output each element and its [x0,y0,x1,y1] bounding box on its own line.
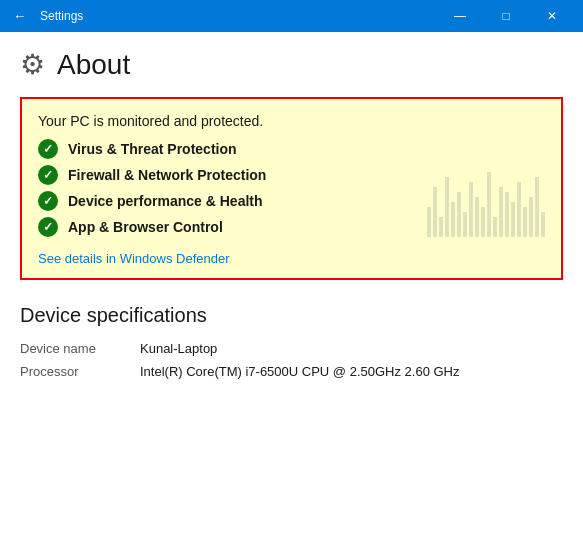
check-icon-app [38,217,58,237]
device-specs-section: Device specifications Device name Kunal-… [20,304,563,379]
check-icon-device [38,191,58,211]
security-box: Your PC is monitored and protected. Viru… [20,97,563,280]
spec-row-device-name: Device name Kunal-Laptop [20,341,563,356]
device-specs-title: Device specifications [20,304,563,327]
security-label-device: Device performance & Health [68,193,263,209]
titlebar-title: Settings [40,9,83,23]
spec-row-processor: Processor Intel(R) Core(TM) i7-6500U CPU… [20,364,563,379]
security-item-virus: Virus & Threat Protection [38,139,545,159]
check-icon-virus [38,139,58,159]
titlebar: ← Settings — □ ✕ [0,0,583,32]
minimize-icon: — [454,9,466,23]
titlebar-controls: — □ ✕ [437,0,575,32]
minimize-button[interactable]: — [437,0,483,32]
close-button[interactable]: ✕ [529,0,575,32]
main-content: ⚙ About Your PC is monitored and protect… [0,32,583,403]
security-label-virus: Virus & Threat Protection [68,141,237,157]
security-status-text: Your PC is monitored and protected. [38,113,545,129]
maximize-button[interactable]: □ [483,0,529,32]
settings-gear-icon: ⚙ [20,48,45,81]
spec-label-processor: Processor [20,364,140,379]
back-icon: ← [13,8,27,24]
maximize-icon: □ [502,9,509,23]
spec-value-processor: Intel(R) Core(TM) i7-6500U CPU @ 2.50GHz… [140,364,460,379]
defender-link[interactable]: See details in Windows Defender [38,251,230,266]
titlebar-left: ← Settings [8,4,83,28]
chart-decoration [427,172,545,237]
security-label-firewall: Firewall & Network Protection [68,167,266,183]
page-title: About [57,49,130,81]
spec-value-device-name: Kunal-Laptop [140,341,217,356]
check-icon-firewall [38,165,58,185]
security-label-app: App & Browser Control [68,219,223,235]
close-icon: ✕ [547,9,557,23]
back-button[interactable]: ← [8,4,32,28]
spec-label-device-name: Device name [20,341,140,356]
security-box-inner: Your PC is monitored and protected. Viru… [38,113,545,237]
page-header: ⚙ About [20,48,563,81]
